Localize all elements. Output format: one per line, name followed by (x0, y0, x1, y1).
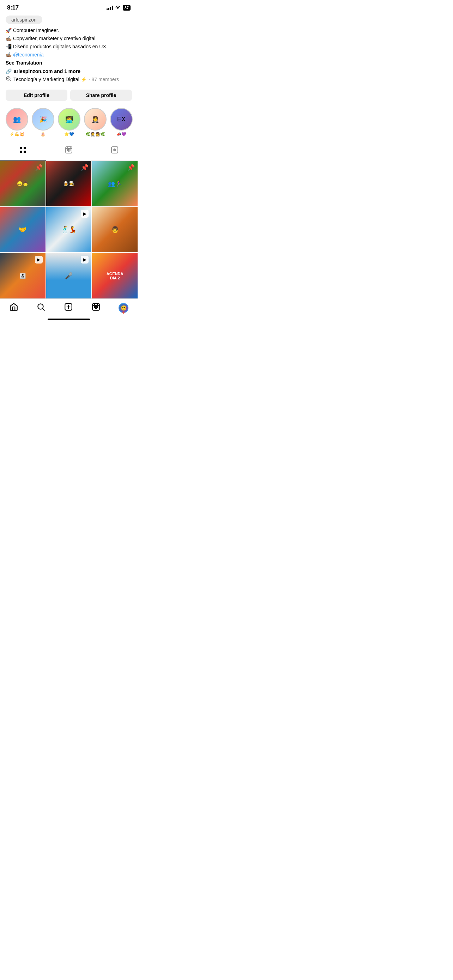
share-profile-button[interactable]: Share profile (70, 90, 132, 101)
story-label-3: ⭐💙 (64, 132, 74, 137)
svg-point-18 (95, 306, 96, 307)
story-avatar-4: 🤵 (84, 108, 106, 130)
story-avatar-3: 👨‍💻 (58, 108, 80, 130)
play-badge-8: ▶ (81, 256, 89, 264)
svg-rect-4 (20, 151, 22, 153)
story-item-2[interactable]: 🎉 🎂 (32, 108, 54, 137)
svg-rect-5 (24, 151, 26, 153)
nav-create[interactable] (64, 302, 73, 313)
wifi-icon (115, 5, 121, 11)
svg-rect-2 (20, 147, 22, 149)
tab-grid[interactable] (0, 142, 46, 161)
see-translation[interactable]: See Translation (6, 60, 132, 65)
pin-icon-1: 📌 (35, 164, 43, 172)
home-indicator (48, 318, 90, 320)
svg-point-14 (38, 304, 43, 309)
grid-cell-7[interactable]: 👨‍👧‍👦 ▶ (0, 253, 46, 298)
svg-point-8 (68, 150, 70, 151)
nav-reels[interactable] (91, 302, 100, 313)
story-item-3[interactable]: 👨‍💻 ⭐💙 (58, 108, 80, 137)
reels-icon (65, 146, 73, 156)
story-item-1[interactable]: 👥 ⚡💪💥 (6, 108, 28, 137)
story-label-5: 📣💜 (116, 132, 126, 137)
nav-home[interactable] (9, 302, 18, 313)
grid-cell-3[interactable]: 👥🏃‍♀️ 📌 (92, 161, 138, 206)
tab-tagged[interactable] (92, 142, 138, 161)
story-label-4: 🌿🤵👩🌿 (85, 132, 105, 137)
bio-line-4: ✍🏽 @tecnomenia (6, 51, 132, 59)
tab-reels[interactable] (46, 142, 92, 161)
bio-section: arlespinzon 🚀 Computer Imagineer. ✍🏽 Cop… (0, 14, 138, 86)
notification-dot (122, 312, 124, 313)
status-icons: 87 (106, 5, 130, 11)
story-avatar-1: 👥 (6, 108, 28, 130)
grid-cell-6[interactable]: 👨 (92, 207, 138, 253)
bio-link-text[interactable]: arlespinzon.com and 1 more (14, 68, 80, 74)
bottom-nav: 😊 (0, 298, 138, 317)
story-avatar-5: EX (110, 108, 133, 130)
community-name[interactable]: Tecnología y Marketing Digital ⚡ (13, 76, 87, 82)
community-icon (6, 76, 11, 83)
story-avatar-2: 🎉 (32, 108, 54, 130)
members-count: · 87 members (89, 76, 119, 82)
pin-icon-2: 📌 (81, 164, 89, 172)
link-icon: 🔗 (6, 68, 12, 74)
svg-rect-3 (24, 147, 26, 149)
reels-nav-icon (91, 302, 100, 313)
bio-line-1: 🚀 Computer Imagineer. (6, 27, 132, 34)
svg-point-1 (7, 78, 9, 79)
signal-icon (106, 6, 113, 10)
grid-cell-5[interactable]: 🕺💃 ▶ (46, 207, 92, 253)
grid-icon (19, 146, 27, 156)
pin-icon-3: 📌 (127, 164, 135, 172)
grid-cell-4[interactable]: 🤝 ⬜ (0, 207, 46, 253)
svg-point-0 (6, 76, 10, 80)
grid-cell-2[interactable]: 🍺👨‍🍳 📌 (46, 161, 92, 206)
community-row: Tecnología y Marketing Digital ⚡ · 87 me… (6, 76, 132, 83)
status-time: 8:17 (7, 4, 19, 11)
bio-mention[interactable]: @tecnomenia (13, 52, 44, 57)
tagged-icon (110, 146, 119, 156)
search-icon (37, 302, 46, 313)
home-icon (9, 302, 18, 313)
stories-row: 👥 ⚡💪💥 🎉 🎂 👨‍💻 ⭐💙 🤵 🌿🤵👩🌿 EX 📣💜 (0, 104, 138, 140)
bio-line-2: ✍🏽 Copywriter, marketer y creativo digit… (6, 35, 132, 42)
battery-icon: 87 (123, 5, 130, 11)
grid-cell-8[interactable]: 🎤 ▶ (46, 253, 92, 298)
status-bar: 8:17 87 (0, 0, 138, 14)
grid-cell-9[interactable]: AGENDADÍA 2 ⬜ (92, 253, 138, 298)
create-icon (64, 302, 73, 313)
story-item-5[interactable]: EX 📣💜 (110, 108, 133, 137)
grid-cell-1[interactable]: 😄👨 📌 (0, 161, 46, 206)
story-item-4[interactable]: 🤵 🌿🤵👩🌿 (84, 108, 106, 137)
bio-link-row: 🔗 arlespinzon.com and 1 more (6, 68, 132, 74)
bio-line-3: 📲 Diseño productos digitales basados en … (6, 43, 132, 51)
photo-grid: 😄👨 📌 🍺👨‍🍳 📌 👥🏃‍♀️ 📌 🤝 ⬜ (0, 161, 138, 298)
play-badge-7: ▶ (35, 256, 43, 264)
nav-search[interactable] (37, 302, 46, 313)
username-pill: arlespinzon (6, 16, 42, 24)
story-label-2: 🎂 (41, 132, 46, 137)
nav-profile[interactable]: 😊 (119, 303, 129, 313)
action-buttons: Edit profile Share profile (0, 86, 138, 104)
edit-profile-button[interactable]: Edit profile (6, 90, 67, 101)
story-label-1: ⚡💪💥 (10, 132, 24, 137)
play-badge-5: ▶ (81, 210, 89, 218)
tab-bar (0, 142, 138, 161)
